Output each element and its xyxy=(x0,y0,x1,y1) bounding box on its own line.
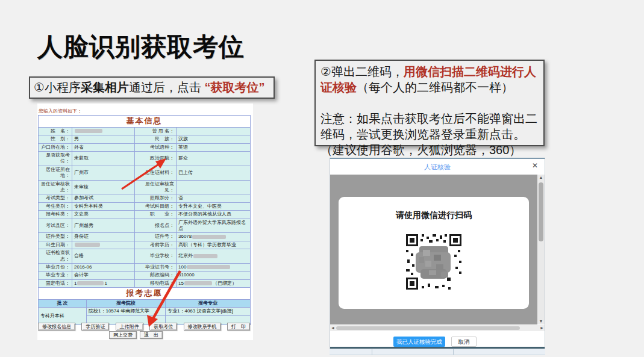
field-label: 考生类别： xyxy=(39,202,72,210)
field-label: 毕业证书号： xyxy=(135,263,177,271)
field-label: 考试类型： xyxy=(39,194,72,202)
basic-info-table: 基本信息 姓 名：曾 用 名：性 别：男民 族：汉族户口所在地：外省考试语种：英… xyxy=(38,115,251,304)
field-value: 男 xyxy=(72,135,135,143)
scroll-right-icon[interactable]: ► xyxy=(540,325,544,331)
field-value: 广州越秀 xyxy=(72,219,135,233)
dialog-content-area: 请使用微信进行扫码 xyxy=(330,175,545,324)
field-value: 专科升本科类 xyxy=(72,202,135,210)
field-label: 毕业学校： xyxy=(135,249,177,264)
field-label: 户口所在地： xyxy=(39,143,72,151)
step1-bold-text: 采集相片 xyxy=(81,81,129,94)
page-title: 人脸识别获取考位 xyxy=(37,30,245,64)
step1-mid-text: 通过后，点击 xyxy=(129,81,205,94)
volunteer-major-cell: 专业1：4063 汉语言文学[函授] xyxy=(166,308,251,315)
print-button[interactable]: 打 印 xyxy=(227,323,250,331)
field-label: 毕业专业： xyxy=(39,272,72,279)
field-value xyxy=(72,241,135,249)
field-value: 身份证 xyxy=(72,233,135,241)
field-value: 广东外语外贸大学东风东路报名点 xyxy=(177,219,251,233)
step2-instruction-box: ②弹出二维码，用微信扫描二维码进行人证核验（每个人的二维码都不一样） 注意：如果… xyxy=(314,60,545,146)
field-value: 会计学 xyxy=(72,272,135,279)
field-value: 外省 xyxy=(72,143,135,151)
field-label: 考试科目组： xyxy=(135,202,177,210)
horizontal-scrollbar[interactable]: ◄ ► xyxy=(330,325,545,331)
field-label: 姓 名： xyxy=(39,127,72,135)
field-value xyxy=(177,180,251,194)
field-value: 高职（专科）学历教育毕业 xyxy=(177,241,251,249)
vertical-scrollbar[interactable]: ▲ ▼ xyxy=(537,175,545,324)
field-value: 否 xyxy=(177,194,251,202)
field-label: 居住证所在地： xyxy=(39,166,72,180)
redacted-text xyxy=(77,281,104,285)
qr-card: 请使用微信进行扫码 xyxy=(339,197,529,309)
step2-note: 注意：如果点击获取考位后不能弹窗出二维码，尝试更换浏览器登录重新点击。（建议使用… xyxy=(320,111,539,158)
volunteer-title: 报考志愿 xyxy=(39,288,251,300)
redacted-text xyxy=(192,235,226,239)
field-label: 居住证审核状态： xyxy=(39,180,72,194)
redacted-text xyxy=(193,254,217,258)
volunteer-col-header: 批 次 xyxy=(39,299,87,307)
vertical-scroll-thumb[interactable] xyxy=(539,182,543,241)
field-label: 证件类型： xyxy=(39,233,72,241)
redacted-text xyxy=(184,281,212,285)
close-icon[interactable]: ✕ xyxy=(532,162,538,169)
horizontal-scroll-thumb[interactable] xyxy=(336,326,520,330)
field-label: 性 别： xyxy=(39,135,72,143)
field-label: 考前学历： xyxy=(135,241,177,249)
field-value xyxy=(72,127,135,135)
registration-form-screenshot: 您输入的资料如下： 基本信息 姓 名：曾 用 名：性 别：男民 族：汉族户口所在… xyxy=(37,104,253,340)
field-value: 广州市 xyxy=(72,166,135,180)
field-value xyxy=(177,127,251,135)
field-label: 政治面貌： xyxy=(135,152,177,166)
field-label: 邮政编码： xyxy=(135,272,177,279)
step2-text: ②弹出二维码，用微信扫描二维码进行人证核验（每个人的二维码都不一样） xyxy=(320,64,539,95)
online-payment-button[interactable]: 网上交费 xyxy=(109,331,137,339)
field-label: 出生日期： xyxy=(39,241,72,249)
field-value: 100 xyxy=(177,263,251,271)
verification-done-button[interactable]: 我已人证核验完成 xyxy=(393,337,445,347)
scroll-down-icon[interactable]: ▼ xyxy=(537,318,545,324)
field-label: 毕业月份： xyxy=(39,263,72,271)
modify-registration-button[interactable]: 修改报名信息 xyxy=(38,323,75,331)
field-label: 考试语种： xyxy=(135,143,177,151)
exit-button[interactable]: 退 出 xyxy=(140,331,163,339)
modify-phone-button[interactable]: 修改联系手机 xyxy=(184,323,221,331)
field-label: 移动电话： xyxy=(135,279,177,287)
volunteer-table: 报考志愿 批 次报考院校报考专业 专科升本科 院校1：10574 华南师范大学 … xyxy=(38,287,251,325)
field-label: 报名点： xyxy=(135,219,177,233)
volunteer-batch-cell: 专科升本科 xyxy=(39,308,87,324)
field-value: 15（已绑定） xyxy=(177,279,251,287)
field-label: 居住证审核意见： xyxy=(135,180,177,194)
field-label: 居住证材料： xyxy=(135,166,177,180)
field-label: 民 族： xyxy=(135,135,177,143)
field-value: 群众 xyxy=(177,152,251,166)
field-value: 510000 xyxy=(177,272,251,279)
dialog-bottom-border xyxy=(330,347,545,349)
field-label: 固定电话： xyxy=(39,279,72,287)
volunteer-college-cell: 院校1：10574 华南师范大学 xyxy=(87,308,166,315)
field-label: 考试县区： xyxy=(39,219,72,233)
cancel-button[interactable]: 取消 xyxy=(451,337,477,347)
field-value: 11 xyxy=(72,279,135,287)
step1-text: ①小程序 xyxy=(34,81,81,94)
scroll-left-icon[interactable]: ◄ xyxy=(331,325,335,331)
scroll-up-icon[interactable]: ▲ xyxy=(537,175,545,181)
field-label: 曾 用 名： xyxy=(135,127,177,135)
education-verify-button[interactable]: 学历验证 xyxy=(81,323,109,331)
field-label: 照顾加分： xyxy=(135,194,177,202)
redacted-text xyxy=(75,243,100,247)
field-label: 证书检查状态： xyxy=(39,249,72,264)
field-value: 汉族 xyxy=(177,135,251,143)
field-value: 36078 xyxy=(177,233,251,241)
upload-attachment-button[interactable]: 上传附件 xyxy=(116,323,143,331)
field-value: 专升本文史、中医类 xyxy=(177,202,251,210)
volunteer-col-header: 报考院校 xyxy=(87,299,166,307)
step1-instruction-box: ①小程序采集相片通过后，点击 “获取考位” xyxy=(29,76,275,99)
field-value: 不便分类的其他从业人员 xyxy=(177,211,251,219)
get-seat-button[interactable]: 获取考位 xyxy=(149,323,177,331)
field-value: 未获取 xyxy=(72,152,135,166)
field-value: 英语 xyxy=(177,143,251,151)
dialog-title: 人证核验 xyxy=(330,163,545,172)
form-intro-text: 您输入的资料如下： xyxy=(39,108,82,114)
step1-highlight-text: “获取考位” xyxy=(205,81,265,94)
